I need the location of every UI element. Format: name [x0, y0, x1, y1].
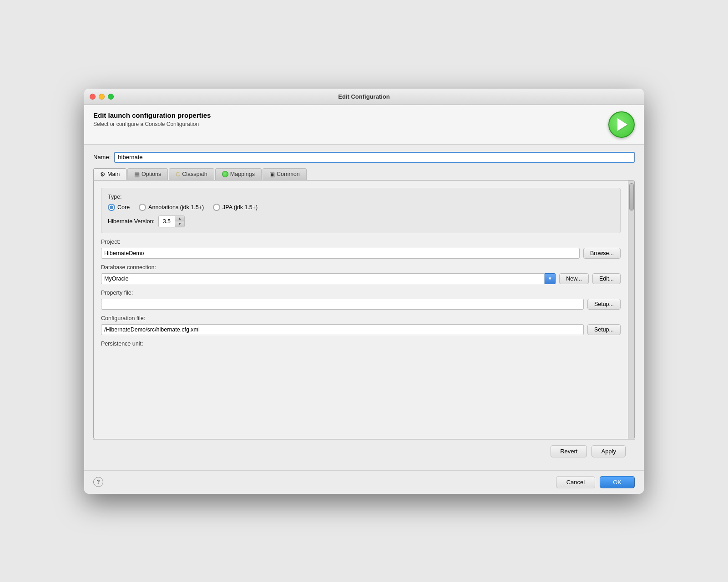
- config-file-input[interactable]: [101, 324, 584, 335]
- database-section: Database connection: MyOracle ▼ New... E…: [101, 264, 621, 284]
- stepper-value: 3.5: [159, 217, 175, 226]
- radio-annotations-indicator: [139, 204, 146, 211]
- header: Edit launch configuration properties Sel…: [84, 105, 644, 145]
- classpath-tab-label: Classpath: [182, 171, 207, 177]
- persistence-unit-section: Persistence unit:: [101, 341, 621, 347]
- run-button[interactable]: [608, 111, 635, 138]
- main-panel: Type: Core Annotations (jdk 1.5+): [93, 180, 635, 439]
- database-input-row: MyOracle ▼ New... Edit...: [101, 273, 621, 284]
- name-input[interactable]: [114, 152, 635, 163]
- action-bar: Revert Apply: [93, 439, 635, 463]
- project-input-row: Browse...: [101, 248, 621, 259]
- stepper-down-button[interactable]: ▼: [175, 221, 184, 227]
- database-new-button[interactable]: New...: [559, 273, 589, 284]
- radio-core[interactable]: Core: [108, 204, 130, 211]
- stepper-buttons: ▲ ▼: [175, 216, 184, 227]
- tab-classpath[interactable]: ⬡ Classpath: [169, 168, 214, 180]
- mappings-tab-icon: [222, 171, 228, 177]
- tabs: ⚙ Main ▤ Options ⬡ Classpath Mappings ▣ …: [93, 168, 635, 180]
- property-file-input[interactable]: [101, 299, 584, 310]
- mappings-tab-label: Mappings: [230, 171, 255, 177]
- options-tab-icon: ▤: [134, 171, 140, 178]
- main-tab-icon: ⚙: [100, 171, 106, 178]
- radio-core-label: Core: [117, 204, 130, 211]
- help-button[interactable]: ?: [93, 477, 103, 487]
- property-file-input-row: Setup...: [101, 299, 621, 310]
- project-label: Project:: [101, 239, 621, 245]
- apply-button[interactable]: Apply: [592, 445, 626, 457]
- database-select-wrapper: MyOracle ▼: [101, 273, 556, 284]
- cancel-button[interactable]: Cancel: [556, 476, 595, 488]
- radio-jpa-label: JPA (jdk 1.5+): [222, 204, 258, 211]
- version-stepper[interactable]: 3.5 ▲ ▼: [158, 216, 185, 227]
- traffic-lights: [90, 94, 114, 100]
- common-tab-icon: ▣: [269, 171, 275, 178]
- database-dropdown-button[interactable]: ▼: [545, 273, 556, 284]
- radio-jpa-indicator: [213, 204, 220, 211]
- database-select-value[interactable]: MyOracle: [101, 273, 545, 284]
- type-radio-group: Core Annotations (jdk 1.5+) JPA (jdk 1.5…: [108, 204, 614, 211]
- header-subtitle: Select or configure a Console Configurat…: [93, 121, 211, 127]
- project-browse-button[interactable]: Browse...: [583, 248, 621, 259]
- radio-core-dot: [110, 206, 113, 209]
- property-file-label: Property file:: [101, 290, 621, 296]
- radio-annotations[interactable]: Annotations (jdk 1.5+): [139, 204, 204, 211]
- type-section: Type: Core Annotations (jdk 1.5+): [101, 188, 621, 233]
- database-edit-button[interactable]: Edit...: [592, 273, 621, 284]
- footer: ? Cancel OK: [84, 470, 644, 494]
- name-row: Name:: [93, 152, 635, 163]
- version-row: Hibernate Version: 3.5 ▲ ▼: [108, 216, 614, 227]
- version-label: Hibernate Version:: [108, 218, 155, 225]
- persistence-unit-label: Persistence unit:: [101, 341, 621, 347]
- tab-mappings[interactable]: Mappings: [215, 168, 262, 180]
- type-label: Type:: [108, 194, 614, 200]
- window-title: Edit Configuration: [338, 93, 389, 100]
- name-label: Name:: [93, 154, 111, 161]
- footer-buttons: Cancel OK: [556, 476, 635, 488]
- classpath-tab-icon: ⬡: [176, 171, 180, 177]
- stepper-up-button[interactable]: ▲: [175, 216, 184, 221]
- project-input[interactable]: [101, 248, 580, 259]
- options-tab-label: Options: [142, 171, 161, 177]
- radio-jpa[interactable]: JPA (jdk 1.5+): [213, 204, 258, 211]
- close-button[interactable]: [90, 94, 96, 100]
- property-file-setup-button[interactable]: Setup...: [587, 299, 621, 310]
- property-file-section: Property file: Setup...: [101, 290, 621, 310]
- scrollbar[interactable]: [628, 181, 634, 439]
- minimize-button[interactable]: [99, 94, 105, 100]
- header-title: Edit launch configuration properties: [93, 111, 211, 119]
- main-tab-label: Main: [107, 171, 120, 177]
- content-area: Name: ⚙ Main ▤ Options ⬡ Classpath Mappi…: [84, 145, 644, 470]
- dialog: Edit Configuration Edit launch configura…: [84, 89, 644, 494]
- config-file-label: Configuration file:: [101, 315, 621, 321]
- config-file-section: Configuration file: Setup...: [101, 315, 621, 335]
- tab-main[interactable]: ⚙ Main: [93, 168, 126, 180]
- radio-core-indicator: [108, 204, 115, 211]
- config-file-input-row: Setup...: [101, 324, 621, 335]
- scrollbar-thumb[interactable]: [629, 183, 634, 211]
- radio-annotations-label: Annotations (jdk 1.5+): [148, 204, 204, 211]
- tab-common[interactable]: ▣ Common: [263, 168, 307, 180]
- common-tab-label: Common: [277, 171, 300, 177]
- ok-button[interactable]: OK: [600, 476, 635, 488]
- project-section: Project: Browse...: [101, 239, 621, 259]
- config-file-setup-button[interactable]: Setup...: [587, 324, 621, 335]
- play-icon: [617, 118, 627, 131]
- maximize-button[interactable]: [108, 94, 114, 100]
- header-text: Edit launch configuration properties Sel…: [93, 111, 211, 127]
- tab-options[interactable]: ▤ Options: [127, 168, 168, 180]
- database-label: Database connection:: [101, 264, 621, 271]
- panel-content: Type: Core Annotations (jdk 1.5+): [94, 181, 628, 439]
- titlebar: Edit Configuration: [84, 89, 644, 105]
- revert-button[interactable]: Revert: [551, 445, 587, 457]
